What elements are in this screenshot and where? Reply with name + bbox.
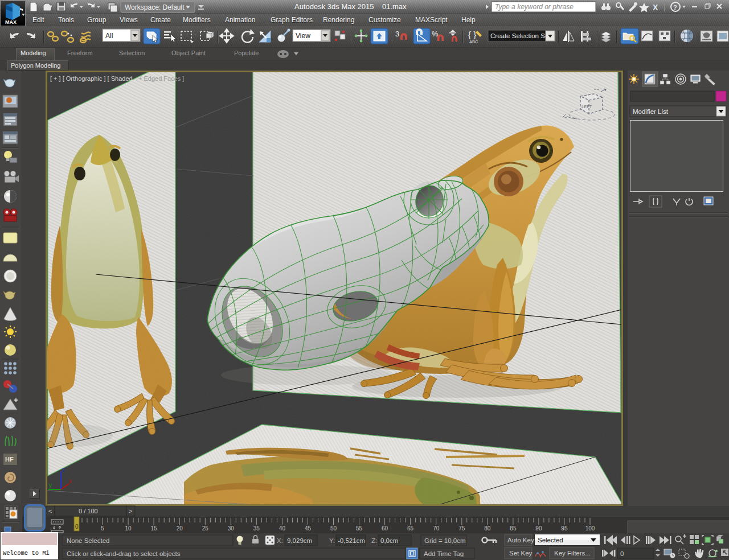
svg-text:50: 50 <box>330 525 337 532</box>
svg-text:75: 75 <box>458 525 465 532</box>
svg-text:-0,521cm: -0,521cm <box>338 537 365 544</box>
svg-text:Modifier List: Modifier List <box>633 108 669 115</box>
svg-text:MAX: MAX <box>5 19 17 25</box>
svg-text:X: X <box>653 3 658 12</box>
svg-text:35: 35 <box>253 525 260 532</box>
svg-text:<: < <box>48 508 52 514</box>
svg-text:LEFT: LEFT <box>581 104 592 109</box>
svg-text:z: z <box>62 467 65 473</box>
svg-text:25: 25 <box>202 525 209 532</box>
svg-text:55: 55 <box>356 525 363 532</box>
svg-text:>: > <box>129 508 132 514</box>
svg-text:Z:: Z: <box>371 537 377 544</box>
svg-text:Auto Key: Auto Key <box>507 537 534 543</box>
svg-text:x: x <box>69 478 72 484</box>
svg-text:80: 80 <box>484 525 491 532</box>
svg-text:0: 0 <box>620 550 624 557</box>
svg-text:View: View <box>296 32 310 40</box>
svg-text:y: y <box>49 482 52 488</box>
svg-text:10: 10 <box>125 525 132 532</box>
svg-text:Workspace: Default: Workspace: Default <box>125 3 185 11</box>
svg-text:5: 5 <box>101 525 104 532</box>
svg-text:HF: HF <box>5 456 14 463</box>
svg-text:Key Filters...: Key Filters... <box>554 550 591 557</box>
svg-text:Set Key: Set Key <box>509 550 533 557</box>
svg-text:15: 15 <box>151 525 158 532</box>
svg-text:Create Selection Se: Create Selection Se <box>490 32 548 39</box>
svg-text:Welcome to Mi: Welcome to Mi <box>3 550 50 557</box>
svg-text:60: 60 <box>382 525 388 532</box>
svg-text:{ }: { } <box>468 30 476 39</box>
svg-text:Add Time Tag: Add Time Tag <box>424 550 464 557</box>
svg-text:40: 40 <box>279 525 286 532</box>
svg-text:70: 70 <box>433 525 440 532</box>
svg-text:Click or click-and-drag to sel: Click or click-and-drag to select object… <box>67 550 181 557</box>
svg-text:?: ? <box>673 4 677 11</box>
svg-text:9,029cm: 9,029cm <box>287 537 312 544</box>
svg-text:30: 30 <box>228 525 235 532</box>
svg-text:Y:: Y: <box>329 537 335 544</box>
svg-text:65: 65 <box>407 525 414 532</box>
svg-text:X:: X: <box>277 537 283 544</box>
svg-text:20: 20 <box>177 525 183 532</box>
svg-text:0: 0 <box>75 524 79 530</box>
svg-text:+ Edged Faces ]: + Edged Faces ] <box>138 75 184 82</box>
svg-text:3: 3 <box>395 30 399 38</box>
svg-text:Type a keyword or phrase: Type a keyword or phrase <box>495 3 574 11</box>
svg-text:85: 85 <box>510 525 517 532</box>
svg-text:[ + ] [ Orthographic ] [ Shade: [ + ] [ Orthographic ] [ Shaded <box>50 75 133 82</box>
svg-text:90: 90 <box>535 525 542 532</box>
svg-text:Grid = 10,0cm: Grid = 10,0cm <box>424 537 466 544</box>
svg-text:0 / 100: 0 / 100 <box>79 508 98 514</box>
svg-text:ABC: ABC <box>469 39 478 44</box>
svg-text:All: All <box>105 32 113 40</box>
svg-text:None Selected: None Selected <box>67 537 109 544</box>
svg-text:95: 95 <box>561 525 568 532</box>
svg-text:Autodesk 3ds Max 2015 01.m: Autodesk 3ds Max 2015 01.max <box>294 2 407 11</box>
svg-text:Selected: Selected <box>538 537 563 543</box>
svg-text:0,0cm: 0,0cm <box>380 537 398 544</box>
svg-text:45: 45 <box>305 525 312 532</box>
svg-text:100: 100 <box>585 525 595 532</box>
